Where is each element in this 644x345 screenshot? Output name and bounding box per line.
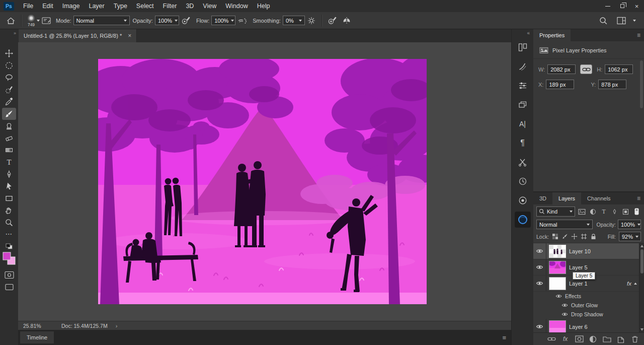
visibility-toggle[interactable] <box>533 259 546 275</box>
3d-panel-button[interactable] <box>515 212 531 228</box>
menu-item-help[interactable]: Help <box>253 0 275 12</box>
delete-layer-button[interactable] <box>630 335 640 343</box>
scroll-down-icon[interactable] <box>640 328 643 331</box>
layer-row-layer-10[interactable]: Layer 10 <box>533 243 644 259</box>
layer-name[interactable]: Layer 6 <box>569 324 588 330</box>
layer-opacity-dropdown[interactable]: 100% <box>618 220 641 229</box>
panel-menu-icon[interactable]: ≡ <box>637 32 640 39</box>
canvas-artwork[interactable] <box>98 59 427 304</box>
layer-style-button[interactable]: fx <box>560 335 571 342</box>
expand-panels-icon[interactable]: « <box>527 30 530 36</box>
x-field[interactable]: 189 px <box>546 80 574 89</box>
outer-glow-visibility-toggle[interactable] <box>561 303 568 308</box>
character-panel-button[interactable]: A| <box>515 116 531 132</box>
blend-mode-dropdown[interactable]: Normal <box>536 220 593 229</box>
constrain-proportions-button[interactable] <box>580 64 592 74</box>
add-layer-mask-button[interactable] <box>574 335 584 342</box>
navigator-panel-button[interactable] <box>515 192 531 209</box>
layer-thumbnail[interactable] <box>549 245 566 257</box>
visibility-toggle[interactable] <box>533 319 546 332</box>
new-layer-button[interactable] <box>616 335 626 343</box>
menu-item-filter[interactable]: Filter <box>158 0 182 12</box>
eraser-tool-button[interactable] <box>2 132 16 144</box>
edit-toolbar-button[interactable]: ⋯ <box>2 229 16 239</box>
link-layers-button[interactable] <box>546 336 556 341</box>
layer-name[interactable]: Layer 10 <box>569 248 591 254</box>
pen-tool-button[interactable] <box>2 168 16 180</box>
layer-thumbnail[interactable] <box>549 278 566 290</box>
timeline-menu-icon[interactable]: ≡ <box>502 334 506 341</box>
minimize-button[interactable] <box>600 0 615 12</box>
clone-source-panel-button[interactable] <box>515 39 531 55</box>
lasso-tool-button[interactable] <box>2 72 16 84</box>
tab-properties[interactable]: Properties <box>533 29 571 41</box>
zoom-tool-button[interactable] <box>2 217 16 229</box>
lock-all-button[interactable] <box>590 233 597 240</box>
outer-glow-row[interactable]: Outer Glow <box>533 301 644 310</box>
paragraph-panel-button[interactable]: ¶ <box>515 135 531 151</box>
menu-item-select[interactable]: Select <box>132 0 158 12</box>
restore-button[interactable] <box>615 0 629 12</box>
filter-smart-objects-button[interactable] <box>621 208 630 216</box>
drop-shadow-visibility-toggle[interactable] <box>561 312 568 317</box>
menu-item-edit[interactable]: Edit <box>38 0 58 12</box>
pressure-size-button[interactable] <box>326 14 340 28</box>
timeline-tab[interactable]: Timeline <box>20 331 54 343</box>
canvas-pasteboard[interactable] <box>18 42 511 321</box>
path-selection-tool-button[interactable] <box>2 180 16 192</box>
clone-stamp-tool-button[interactable] <box>2 120 16 132</box>
menu-item-layer[interactable]: Layer <box>84 0 109 12</box>
hand-tool-button[interactable] <box>2 204 16 217</box>
toolbar-expand-icon[interactable]: » <box>14 30 16 36</box>
color-swatches[interactable] <box>2 251 16 266</box>
tab-close-icon[interactable]: × <box>128 32 131 39</box>
menu-item-window[interactable]: Window <box>221 0 252 12</box>
menu-item-file[interactable]: File <box>19 0 38 12</box>
move-tool-button[interactable] <box>2 47 16 59</box>
search-button[interactable] <box>597 14 610 28</box>
effects-visibility-toggle[interactable] <box>555 294 562 299</box>
layer-thumbnail[interactable] <box>549 321 566 333</box>
mode-dropdown[interactable]: Normal <box>73 16 130 25</box>
workspace-chevron-icon[interactable] <box>633 20 636 22</box>
opacity-dropdown[interactable]: 100% <box>155 16 179 25</box>
panel-menu-icon[interactable]: ≡ <box>637 195 640 202</box>
marquee-tool-button[interactable] <box>2 59 16 72</box>
brush-preset-picker[interactable]: 749 <box>27 14 40 27</box>
menu-item-image[interactable]: Image <box>58 0 85 12</box>
layer-name[interactable]: Layer 5 <box>569 264 588 270</box>
zoom-level-field[interactable]: 25.81% <box>23 323 49 329</box>
shape-tool-button[interactable] <box>2 192 16 204</box>
properties-scrollbar[interactable] <box>640 60 643 108</box>
filter-on-off-toggle[interactable] <box>632 208 641 216</box>
adjustments-panel-button[interactable] <box>515 78 531 94</box>
fill-dropdown[interactable]: 92% <box>619 232 641 241</box>
visibility-toggle[interactable] <box>533 275 546 291</box>
lock-pixels-button[interactable] <box>561 233 568 240</box>
default-colors-button[interactable] <box>2 242 16 251</box>
layer-thumbnail[interactable] <box>549 261 566 273</box>
effects-row[interactable]: Effects <box>533 292 644 301</box>
gradient-tool-button[interactable] <box>2 144 16 156</box>
screen-mode-button[interactable] <box>2 281 16 293</box>
notes-panel-button[interactable] <box>515 154 531 170</box>
lock-artboard-button[interactable] <box>581 233 587 240</box>
pressure-opacity-button[interactable] <box>179 14 193 28</box>
tab-layers[interactable]: Layers <box>552 192 581 204</box>
smoothing-dropdown[interactable]: 0% <box>283 16 305 25</box>
airbrush-button[interactable] <box>235 14 250 28</box>
document-tab[interactable]: Untitled-1 @ 25.8% (Layer 10, RGB/8) * × <box>19 29 137 42</box>
close-button[interactable]: × <box>629 0 644 12</box>
filter-type-layers-button[interactable]: T <box>600 208 608 216</box>
filter-pixel-layers-button[interactable] <box>578 208 586 216</box>
brush-settings-panel-button[interactable] <box>515 58 531 75</box>
eyedropper-tool-button[interactable] <box>2 96 16 108</box>
adjustment-layer-button[interactable] <box>588 335 598 343</box>
layers-scrollbar[interactable] <box>639 243 644 332</box>
menu-item-view[interactable]: View <box>198 0 221 12</box>
tab-channels[interactable]: Channels <box>581 192 616 204</box>
home-button[interactable] <box>4 14 18 28</box>
brush-tool-button[interactable] <box>2 108 16 120</box>
flow-dropdown[interactable]: 100% <box>211 16 235 25</box>
menu-item-3d[interactable]: 3D <box>181 0 198 12</box>
